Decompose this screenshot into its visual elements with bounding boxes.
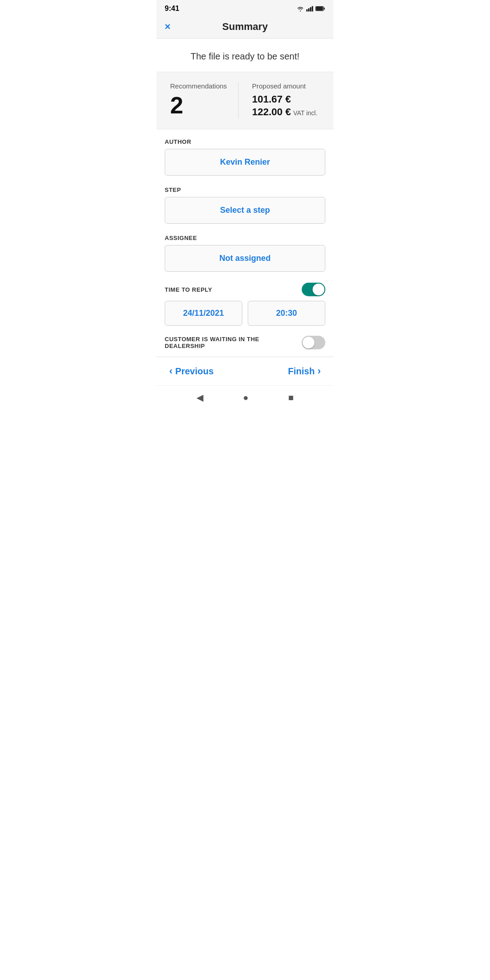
time-to-reply-label: TIME TO REPLY [165,286,212,293]
toggle-thumb [313,284,324,295]
previous-chevron-icon: ‹ [169,365,172,377]
battery-icon [315,6,325,11]
main-content: The file is ready to be sent! Recommenda… [157,39,333,357]
step-field[interactable]: Select a step [165,197,325,224]
svg-rect-0 [306,10,308,12]
status-bar: 9:41 [157,0,333,15]
previous-button[interactable]: ‹ Previous [169,365,214,377]
recommendations-label: Recommendations [170,82,227,90]
time-field[interactable]: 20:30 [248,301,325,326]
amount-line-2: 122.00 € VAT incl. [252,106,318,118]
step-section: STEP Select a step [157,177,333,224]
proposed-amount-label: Proposed amount [252,82,306,90]
assignee-section: ASSIGNEE Not assigned [157,225,333,272]
finish-chevron-icon: › [318,365,321,377]
previous-label: Previous [175,366,213,377]
time-to-reply-header: TIME TO REPLY [157,274,333,301]
customer-waiting-label: CUSTOMER IS WAITING IN THE DEALERSHIP [165,336,296,349]
customer-waiting-row: CUSTOMER IS WAITING IN THE DEALERSHIP [157,326,333,357]
signal-icon [306,5,314,12]
assignee-section-label: ASSIGNEE [165,235,325,241]
step-section-label: STEP [165,186,325,193]
stats-block: Recommendations 2 Proposed amount 101.67… [157,72,333,129]
author-section-label: AUTHOR [165,138,325,145]
date-value: 24/11/2021 [183,309,224,318]
time-to-reply-toggle[interactable] [302,283,325,296]
wifi-icon [296,5,304,12]
time-value: 20:30 [276,309,297,318]
author-section: AUTHOR Kevin Renier [157,129,333,176]
vat-label: VAT incl. [293,109,318,117]
assignee-value: Not assigned [219,254,270,263]
close-button[interactable]: × [165,22,171,32]
ready-message: The file is ready to be sent! [157,39,333,72]
recommendations-stat: Recommendations 2 [170,82,238,119]
proposed-amount-stat: Proposed amount 101.67 € 122.00 € VAT in… [238,82,320,119]
author-field[interactable]: Kevin Renier [165,149,325,176]
step-value: Select a step [220,206,270,215]
svg-rect-6 [323,8,324,10]
svg-rect-5 [316,7,323,10]
recommendations-value: 2 [170,93,183,117]
android-nav-bar: ◀ ● ■ [157,385,333,407]
finish-button[interactable]: Finish › [288,365,321,377]
back-icon[interactable]: ◀ [196,392,203,403]
top-nav: × Summary [157,15,333,39]
author-value: Kevin Renier [220,157,270,167]
home-icon[interactable]: ● [243,392,248,403]
toggle-thumb-off [303,337,314,348]
finish-label: Finish [288,366,315,377]
page-title: Summary [222,21,268,33]
recent-icon[interactable]: ■ [288,392,294,403]
svg-rect-1 [308,8,309,11]
amount-line-1: 101.67 € [252,93,291,105]
status-icons [296,5,325,12]
assignee-field[interactable]: Not assigned [165,245,325,272]
date-field[interactable]: 24/11/2021 [165,301,242,326]
datetime-row: 24/11/2021 20:30 [157,301,333,326]
amount-excl-vat: 101.67 € [252,93,291,105]
customer-waiting-toggle[interactable] [302,336,325,349]
svg-rect-2 [310,7,311,12]
amount-incl-vat: 122.00 € [252,106,291,118]
bottom-nav: ‹ Previous Finish › [157,357,333,385]
status-time: 9:41 [165,5,179,13]
svg-rect-3 [312,6,313,11]
